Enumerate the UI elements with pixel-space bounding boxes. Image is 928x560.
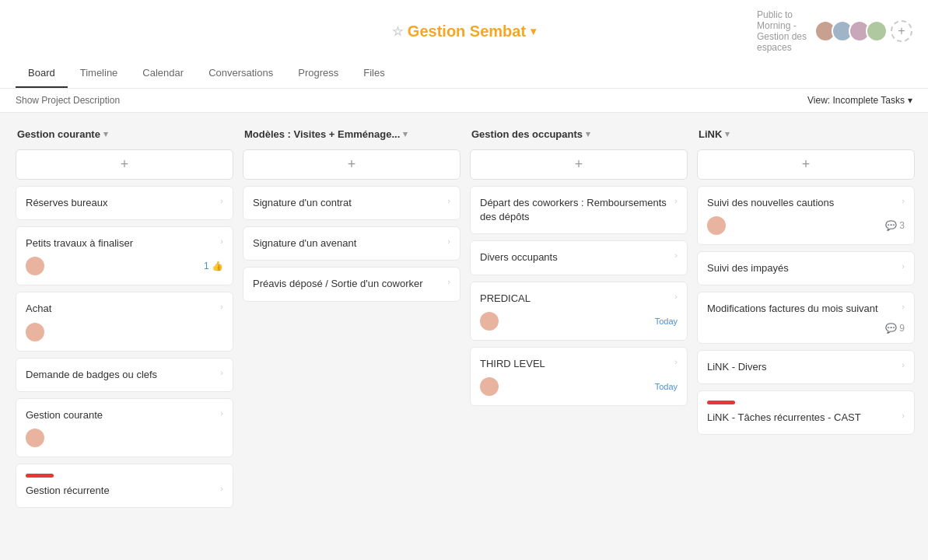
- card-header: Suivi des nouvelles cautions ›: [707, 196, 905, 210]
- card-header: Demande de badges ou clefs ›: [26, 368, 223, 382]
- header: ☆ Gestion Sembat ▾ Public to Morning - G…: [0, 0, 928, 89]
- column-title-text: LiNK: [699, 128, 722, 140]
- column-chevron-icon[interactable]: ▾: [103, 129, 108, 139]
- card-avatar: [480, 377, 499, 396]
- card-petits-travaux[interactable]: Petits travaux à finaliser › 1 👍: [16, 226, 233, 285]
- card-header: Gestion courante ›: [26, 408, 223, 422]
- tab-calendar[interactable]: Calendar: [130, 59, 196, 88]
- card-chevron-icon[interactable]: ›: [902, 196, 905, 205]
- card-chevron-icon[interactable]: ›: [674, 357, 678, 366]
- card-signature-contrat[interactable]: Signature d'un contrat ›: [243, 186, 460, 220]
- star-icon[interactable]: ☆: [392, 24, 403, 39]
- comment-icon: 💬: [885, 220, 897, 231]
- card-chevron-icon[interactable]: ›: [447, 277, 450, 286]
- nav-tabs: BoardTimelineCalendarConversationsProgre…: [16, 59, 912, 88]
- red-bar: [707, 401, 735, 404]
- card-title: Modifications factures du mois suivant: [707, 302, 898, 316]
- card-title: LiNK - Tâches récurrentes - CAST: [707, 411, 898, 425]
- card-predical[interactable]: PREDICAL › Today: [470, 282, 688, 341]
- title-chevron-icon[interactable]: ▾: [531, 25, 536, 37]
- card-suivi-nouvelles-cautions[interactable]: Suivi des nouvelles cautions › 💬 3: [697, 186, 915, 245]
- card-chevron-icon[interactable]: ›: [902, 261, 905, 271]
- tab-progress[interactable]: Progress: [285, 59, 351, 88]
- card-divers-occupants[interactable]: Divers occupants ›: [470, 240, 688, 275]
- card-chevron-icon[interactable]: ›: [220, 408, 223, 418]
- card-title: PREDICAL: [480, 292, 671, 306]
- card-chevron-icon[interactable]: ›: [902, 360, 905, 369]
- tab-board[interactable]: Board: [16, 59, 68, 88]
- card-chevron-icon[interactable]: ›: [447, 236, 450, 246]
- card-avatar: [26, 429, 44, 447]
- card-preavis-depose[interactable]: Préavis déposé / Sortie d'un coworker ›: [243, 267, 460, 301]
- card-signature-avenant[interactable]: Signature d'un avenant ›: [243, 226, 460, 261]
- avatar-group: +: [814, 20, 912, 42]
- show-description-button[interactable]: Show Project Description: [16, 95, 120, 106]
- card-chevron-icon[interactable]: ›: [220, 484, 223, 493]
- card-chevron-icon[interactable]: ›: [674, 250, 678, 260]
- add-member-button[interactable]: +: [891, 20, 912, 42]
- tab-timeline[interactable]: Timeline: [68, 59, 131, 88]
- card-avatar: [26, 323, 44, 341]
- column-header-link: LiNK ▾: [697, 125, 915, 143]
- header-top: ☆ Gestion Sembat ▾ Public to Morning - G…: [16, 0, 912, 59]
- subheader: Show Project Description View: Incomplet…: [0, 89, 928, 113]
- card-title: Petits travaux à finaliser: [26, 236, 217, 250]
- tab-conversations[interactable]: Conversations: [196, 59, 285, 88]
- card-footer: [26, 323, 223, 341]
- add-card-button-gestion-courante[interactable]: +: [16, 149, 233, 180]
- card-header: Préavis déposé / Sortie d'un coworker ›: [253, 277, 450, 291]
- comment-badge: 💬 3: [885, 220, 905, 231]
- card-title: Réserves bureaux: [26, 196, 217, 210]
- card-chevron-icon[interactable]: ›: [902, 411, 905, 420]
- card-link-divers[interactable]: LiNK - Divers ›: [697, 350, 915, 384]
- comment-count: 9: [899, 323, 905, 334]
- today-badge: Today: [655, 317, 678, 326]
- add-card-button-link[interactable]: +: [697, 149, 915, 180]
- card-footer: 1 👍: [26, 257, 223, 275]
- card-title: THIRD LEVEL: [480, 357, 671, 371]
- card-chevron-icon[interactable]: ›: [447, 196, 450, 205]
- card-depart-coworkers[interactable]: Départ des coworkers : Remboursements de…: [470, 186, 688, 234]
- visibility-label: Public to Morning - Gestion des espaces: [757, 9, 808, 53]
- add-card-button-gestion-occupants[interactable]: +: [470, 149, 688, 180]
- card-modifications-factures[interactable]: Modifications factures du mois suivant ›…: [697, 292, 915, 343]
- card-link-taches-recurrentes[interactable]: LiNK - Tâches récurrentes - CAST ›: [697, 390, 915, 435]
- view-filter-label: View: Incomplete Tasks: [807, 95, 905, 106]
- avatar-4: [866, 20, 888, 42]
- column-chevron-icon[interactable]: ▾: [403, 129, 408, 139]
- card-third-level[interactable]: THIRD LEVEL › Today: [470, 347, 688, 406]
- card-chevron-icon[interactable]: ›: [220, 302, 223, 311]
- card-header: Achat ›: [26, 302, 223, 316]
- view-filter-button[interactable]: View: Incomplete Tasks ▾: [807, 95, 912, 106]
- view-filter-chevron: ▾: [908, 95, 912, 106]
- card-chevron-icon[interactable]: ›: [674, 196, 678, 205]
- card-achat[interactable]: Achat ›: [16, 292, 233, 351]
- add-card-button-modeles-visites[interactable]: +: [243, 149, 460, 180]
- card-avatar: [707, 216, 726, 235]
- card-chevron-icon[interactable]: ›: [902, 302, 905, 311]
- project-title: ☆ Gestion Sembat ▾: [392, 23, 536, 40]
- card-header: PREDICAL ›: [480, 292, 678, 306]
- card-header: Réserves bureaux ›: [26, 196, 223, 210]
- card-gestion-recurrente[interactable]: Gestion récurrente ›: [16, 464, 233, 508]
- column-link: LiNK ▾ + Suivi des nouvelles cautions › …: [697, 125, 915, 435]
- card-reserves-bureaux[interactable]: Réserves bureaux ›: [16, 186, 233, 220]
- card-demande-badges[interactable]: Demande de badges ou clefs ›: [16, 358, 233, 392]
- comment-badge: 💬 9: [885, 323, 905, 334]
- card-chevron-icon[interactable]: ›: [220, 196, 223, 205]
- red-bar: [26, 474, 54, 478]
- column-header-gestion-courante: Gestion courante ▾: [16, 125, 233, 143]
- card-gestion-courante-card[interactable]: Gestion courante ›: [16, 398, 233, 457]
- card-header: Départ des coworkers : Remboursements de…: [480, 196, 678, 224]
- card-suivi-impayes[interactable]: Suivi des impayés ›: [697, 251, 915, 285]
- card-chevron-icon[interactable]: ›: [220, 368, 223, 377]
- card-header: Divers occupants ›: [480, 250, 678, 264]
- column-title-text: Gestion courante: [17, 128, 100, 140]
- column-chevron-icon[interactable]: ▾: [586, 129, 590, 139]
- tab-files[interactable]: Files: [351, 59, 397, 88]
- card-footer: 💬 3: [707, 216, 905, 235]
- column-chevron-icon[interactable]: ▾: [725, 129, 730, 139]
- card-chevron-icon[interactable]: ›: [220, 236, 223, 246]
- column-title-text: Gestion des occupants: [471, 128, 583, 140]
- card-chevron-icon[interactable]: ›: [674, 292, 678, 301]
